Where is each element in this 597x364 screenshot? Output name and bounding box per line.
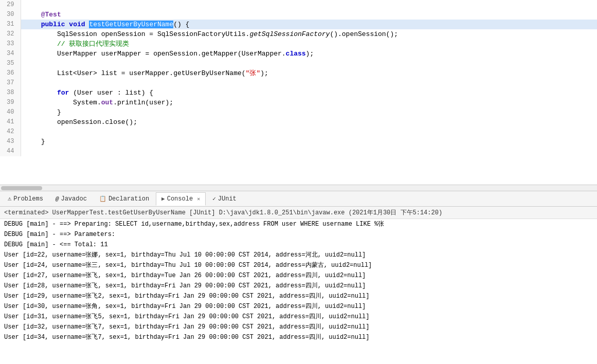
line-content: System.out.println(user); bbox=[21, 98, 597, 107]
line-content: // 获取接口代理实现类 bbox=[21, 39, 597, 49]
line-content: UserMapper userMapper = openSession.getM… bbox=[21, 49, 597, 59]
horizontal-scrollbar[interactable] bbox=[0, 185, 597, 191]
line-number: 40 bbox=[0, 107, 21, 117]
console-line: DEBUG [main] - <== Total: 11 bbox=[0, 240, 597, 250]
line-number: 29 bbox=[0, 0, 21, 10]
tab-javadoc[interactable]: @ Javadoc bbox=[50, 192, 93, 206]
console-header: <terminated> UserMapperTest.testGetUserB… bbox=[0, 207, 597, 219]
console-line: User [id=31, username=张飞5, sex=1, birthd… bbox=[0, 312, 597, 322]
close-console-icon[interactable]: ✕ bbox=[197, 196, 200, 202]
console-panel: <terminated> UserMapperTest.testGetUserB… bbox=[0, 207, 597, 364]
line-number: 32 bbox=[0, 29, 21, 39]
tabs-bar: ⚠ Problems @ Javadoc 📋 Declaration ▶ Con… bbox=[0, 191, 597, 207]
tab-problems-label: Problems bbox=[13, 195, 43, 203]
line-content bbox=[21, 147, 597, 156]
console-line: User [id=24, username=张三, sex=1, birthda… bbox=[0, 260, 597, 270]
line-content bbox=[21, 0, 597, 10]
line-number: 31 bbox=[0, 20, 21, 29]
tab-problems[interactable]: ⚠ Problems bbox=[2, 192, 49, 206]
tab-javadoc-label: Javadoc bbox=[61, 195, 86, 203]
tab-console[interactable]: ▶ Console ✕ bbox=[156, 192, 206, 206]
scroll-thumb[interactable] bbox=[1, 186, 42, 190]
line-number: 44 bbox=[0, 147, 21, 156]
line-content: openSession.close(); bbox=[21, 117, 597, 127]
junit-icon: ✓ bbox=[212, 195, 216, 202]
console-line: User [id=32, username=张飞7, sex=1, birthd… bbox=[0, 322, 597, 332]
line-number: 37 bbox=[0, 78, 21, 88]
line-content: for (User user : list) { bbox=[21, 88, 597, 98]
line-number: 33 bbox=[0, 39, 21, 49]
console-icon: ▶ bbox=[161, 195, 165, 202]
console-line: DEBUG [main] - ==> Preparing: SELECT id,… bbox=[0, 219, 597, 229]
line-number: 43 bbox=[0, 137, 21, 147]
code-editor[interactable]: 29 30 @Test31 public void testGetUserByU… bbox=[0, 0, 597, 185]
line-content bbox=[21, 78, 597, 88]
line-number: 30 bbox=[0, 10, 21, 20]
line-content: List<User> list = userMapper.getUserByUs… bbox=[21, 68, 597, 78]
line-content bbox=[21, 127, 597, 137]
tab-junit-label: JUnit bbox=[218, 195, 237, 203]
line-content: @Test bbox=[21, 10, 597, 20]
line-number: 38 bbox=[0, 88, 21, 98]
console-line: User [id=29, username=张飞2, sex=1, birthd… bbox=[0, 291, 597, 301]
line-number: 41 bbox=[0, 117, 21, 127]
line-number: 34 bbox=[0, 49, 21, 59]
console-line: DEBUG [main] - ==> Parameters: bbox=[0, 229, 597, 240]
line-number: 39 bbox=[0, 98, 21, 107]
problems-icon: ⚠ bbox=[8, 195, 11, 203]
tab-junit[interactable]: ✓ JUnit bbox=[207, 192, 242, 206]
line-content: public void testGetUserByUserName() { bbox=[21, 20, 597, 29]
tab-declaration-label: Declaration bbox=[108, 195, 149, 203]
line-content: } bbox=[21, 107, 597, 117]
line-content bbox=[21, 59, 597, 68]
line-content: SqlSession openSession = SqlSessionFacto… bbox=[21, 29, 597, 39]
declaration-icon: 📋 bbox=[99, 195, 106, 202]
line-number: 35 bbox=[0, 59, 21, 68]
line-content: } bbox=[21, 137, 597, 147]
console-line: User [id=30, username=张角, sex=1, birthda… bbox=[0, 301, 597, 312]
line-number: 36 bbox=[0, 68, 21, 78]
line-number: 42 bbox=[0, 127, 21, 137]
console-line: User [id=34, username=张飞7, sex=1, birthd… bbox=[0, 332, 597, 342]
javadoc-icon: @ bbox=[56, 196, 59, 202]
console-line: User [id=22, username=张娜, sex=1, birthda… bbox=[0, 250, 597, 260]
code-table: 29 30 @Test31 public void testGetUserByU… bbox=[0, 0, 597, 156]
console-line: User [id=28, username=张飞, sex=1, birthda… bbox=[0, 281, 597, 291]
console-line: User [id=27, username=张飞, sex=1, birthda… bbox=[0, 270, 597, 281]
tab-declaration[interactable]: 📋 Declaration bbox=[94, 192, 155, 206]
tab-console-label: Console bbox=[167, 195, 193, 203]
